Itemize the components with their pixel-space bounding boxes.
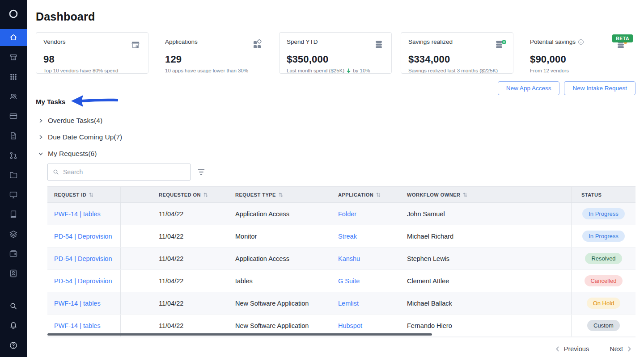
annotation-arrow-icon <box>71 94 118 110</box>
stat-subtext: Top 10 vendors have 80% spend <box>43 68 141 73</box>
column-label: REQUEST ID <box>54 192 86 197</box>
sidebar-item-help[interactable] <box>0 336 27 355</box>
application-link[interactable]: Kanshu <box>338 255 360 262</box>
stat-label: Potential savings <box>530 38 584 45</box>
search-icon <box>52 168 59 176</box>
sort-icon[interactable] <box>89 192 93 197</box>
apps-icon <box>252 39 263 52</box>
status-badge[interactable]: Resolved <box>585 253 622 264</box>
sidebar-item-integrations[interactable] <box>0 224 27 244</box>
sidebar-item-playbooks[interactable] <box>0 205 27 224</box>
table-row[interactable]: PWF-14 | tables 11/04/22 New Software Ap… <box>47 292 636 315</box>
section-label: Overdue Tasks(4) <box>48 117 102 125</box>
section-due-date-coming-up[interactable]: Due Date Coming Up(7) <box>36 129 636 145</box>
column-header-request-id[interactable]: REQUEST ID <box>47 187 121 202</box>
request-id-link[interactable]: PD-54 | Deprovision <box>54 255 112 262</box>
application-link[interactable]: Hubspot <box>338 322 362 329</box>
column-header-status[interactable]: STATUS <box>571 187 636 202</box>
chevron-left-icon <box>555 346 560 352</box>
sidebar-item-directory[interactable] <box>0 165 27 185</box>
previous-button[interactable]: Previous <box>555 345 589 353</box>
grid-icon <box>9 72 18 81</box>
column-label: REQUESTED ON <box>159 192 201 197</box>
column-header-requested-on[interactable]: REQUESTED ON <box>121 187 235 202</box>
sidebar-item-home[interactable] <box>0 29 27 46</box>
sidebar-item-workflows[interactable] <box>0 146 27 165</box>
sidebar-item-payments[interactable] <box>0 244 27 264</box>
sidebar-item-employees[interactable] <box>0 264 27 283</box>
sidebar-item-monitor[interactable] <box>0 185 27 205</box>
column-header-workflow-owner[interactable]: WORKFLOW OWNER <box>407 187 571 202</box>
status-badge[interactable]: Cancelled <box>585 275 623 286</box>
status-badge[interactable]: In Progress <box>582 231 624 242</box>
sort-icon[interactable] <box>376 192 381 197</box>
workflow-owner-value: Clement Attlee <box>407 277 449 285</box>
application-link[interactable]: Lemlist <box>338 300 359 307</box>
request-id-link[interactable]: PD-54 | Deprovision <box>54 233 112 240</box>
column-label: STATUS <box>581 192 602 197</box>
application-link[interactable]: Streak <box>338 233 357 240</box>
request-id-link[interactable]: PWF-14 | tables <box>54 300 101 307</box>
stat-card-applications[interactable]: Applications 129 10 apps have usage lowe… <box>157 32 270 74</box>
my-tasks-title: My Tasks <box>36 98 65 105</box>
column-header-application[interactable]: APPLICATION <box>338 187 407 202</box>
request-id-link[interactable]: PWF-14 | tables <box>54 322 101 329</box>
section-overdue-tasks[interactable]: Overdue Tasks(4) <box>36 112 636 129</box>
stat-value: $350,000 <box>287 54 384 65</box>
info-icon[interactable] <box>578 39 584 45</box>
sort-icon[interactable] <box>279 192 283 197</box>
request-id-link[interactable]: PWF-14 | tables <box>54 210 101 218</box>
sidebar-item-vendors[interactable] <box>0 47 27 67</box>
sidebar-item-users[interactable] <box>0 87 27 106</box>
workflow-owner-value: Michael Ballack <box>407 300 452 307</box>
request-id-link[interactable]: PD-54 | Deprovision <box>54 277 112 285</box>
sidebar-item-search[interactable] <box>0 296 27 316</box>
application-link[interactable]: G Suite <box>338 277 360 285</box>
sidebar-item-applications[interactable] <box>0 67 27 87</box>
filter-icon[interactable] <box>197 168 206 176</box>
stat-subtext: Savings realized last 3 months ($225K) <box>408 68 506 73</box>
next-button[interactable]: Next <box>610 345 632 353</box>
beta-badge: BETA <box>612 34 633 42</box>
id-badge-icon <box>9 269 18 278</box>
requested-on-value: 11/04/22 <box>159 255 183 262</box>
section-my-requests[interactable]: My Requests(6) <box>36 145 636 162</box>
application-link[interactable]: Folder <box>338 210 356 218</box>
status-badge[interactable]: On Hold <box>587 298 621 309</box>
new-app-access-button[interactable]: New App Access <box>498 81 560 95</box>
stat-label: Spend YTD <box>287 38 318 45</box>
stat-label: Vendors <box>43 38 66 45</box>
status-badge[interactable]: In Progress <box>582 208 624 219</box>
my-tasks-header: My Tasks <box>36 95 636 108</box>
requested-on-value: 11/04/22 <box>159 277 183 285</box>
stat-card-vendors[interactable]: Vendors 98 Top 10 vendors have 80% spend <box>36 32 148 74</box>
home-icon <box>9 33 18 42</box>
table-row[interactable]: PD-54 | Deprovision 11/04/22 Monitor Str… <box>47 225 636 248</box>
layers-icon <box>9 230 18 239</box>
request-type-value: New Software Application <box>235 322 309 329</box>
sidebar-item-contracts[interactable] <box>0 126 27 146</box>
column-header-request-type[interactable]: REQUEST TYPE <box>235 187 338 202</box>
status-badge[interactable]: Custom <box>587 320 620 331</box>
sidebar-item-notifications[interactable] <box>0 316 27 336</box>
new-intake-request-button[interactable]: New Intake Request <box>564 81 636 95</box>
app-logo[interactable] <box>0 0 27 28</box>
git-branch-icon <box>9 151 18 160</box>
table-row[interactable]: PD-54 | Deprovision 11/04/22 tables G Su… <box>47 270 636 292</box>
horizontal-scrollbar[interactable] <box>47 333 432 336</box>
stat-subtext: From 12 vendors <box>530 68 627 73</box>
stat-card-spend-ytd[interactable]: Spend YTD $350,000 Last month spend ($25… <box>279 32 392 74</box>
table-row[interactable]: PD-54 | Deprovision 11/04/22 Application… <box>47 248 636 270</box>
chevron-right-icon <box>38 118 44 124</box>
table-row[interactable]: PWF-14 | tables 11/04/22 Application Acc… <box>47 203 636 225</box>
stat-value: $334,000 <box>408 54 506 65</box>
section-label: Due Date Coming Up(7) <box>48 133 122 141</box>
chevron-right-icon <box>627 346 632 352</box>
coins-plus-icon <box>494 39 506 52</box>
search-input[interactable] <box>63 168 186 176</box>
stat-card-savings-realized[interactable]: Savings realized $334,000 Savings realiz… <box>401 32 513 74</box>
sort-icon[interactable] <box>463 192 467 197</box>
sidebar-item-transactions[interactable] <box>0 106 27 126</box>
search-box[interactable] <box>47 164 191 181</box>
sort-icon[interactable] <box>203 192 208 197</box>
